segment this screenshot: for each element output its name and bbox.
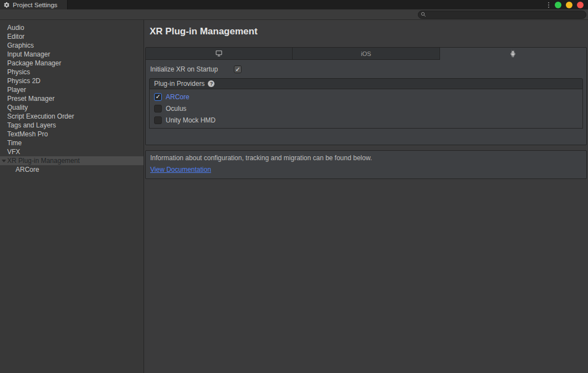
unity-mock-hmd-checkbox[interactable]: ✓	[154, 116, 162, 124]
plugin-providers-list: ✓ ARCore ✓ Oculus ✓ Unity Mock HMD	[149, 89, 583, 129]
sidebar-item-editor[interactable]: Editor	[0, 32, 144, 41]
sidebar-item-time[interactable]: Time	[0, 139, 144, 147]
sidebar-item-physics-2d[interactable]: Physics 2D	[0, 76, 144, 85]
search-input[interactable]	[428, 11, 582, 18]
sidebar-item-input-manager[interactable]: Input Manager	[0, 50, 144, 59]
sidebar-item-vfx[interactable]: VFX	[0, 147, 144, 156]
traffic-light-yellow[interactable]	[566, 2, 572, 8]
initialize-xr-checkbox[interactable]: ✓	[234, 65, 242, 73]
oculus-checkbox[interactable]: ✓	[154, 105, 162, 113]
monitor-icon	[214, 49, 223, 58]
toolbar	[0, 9, 588, 20]
unity-mock-hmd-label: Unity Mock HMD	[166, 116, 216, 124]
initialize-xr-label: Initialize XR on Startup	[150, 65, 234, 73]
settings-sidebar: Audio Editor Graphics Input Manager Pack…	[0, 20, 144, 373]
titlebar-controls	[547, 0, 588, 9]
search-box[interactable]	[418, 11, 586, 19]
provider-row-arcore: ✓ ARCore	[150, 91, 582, 103]
traffic-light-green[interactable]	[555, 2, 561, 8]
initialize-xr-row: Initialize XR on Startup ✓	[146, 60, 586, 78]
window-tab-project-settings[interactable]: Project Settings	[0, 0, 68, 9]
sidebar-item-label: XR Plug-in Management	[7, 157, 80, 165]
sidebar-item-physics[interactable]: Physics	[0, 68, 144, 76]
view-documentation-link[interactable]: View Documentation	[150, 166, 211, 173]
sidebar-item-graphics[interactable]: Graphics	[0, 41, 144, 50]
settings-content: XR Plug-in Management iOS	[144, 20, 588, 373]
plugin-providers-label: Plug-in Providers	[154, 80, 204, 88]
tab-android[interactable]	[440, 48, 586, 60]
tab-ios-label: iOS	[361, 50, 371, 57]
panel-spacer	[146, 129, 586, 145]
gear-icon	[3, 2, 10, 8]
plugin-providers-header: Plug-in Providers ?	[149, 78, 583, 89]
project-settings-window: Project Settings Audio Editor Graphics I…	[0, 0, 588, 373]
help-icon[interactable]: ?	[208, 80, 214, 87]
tab-ios[interactable]: iOS	[293, 48, 439, 60]
arcore-label: ARCore	[166, 93, 190, 101]
sidebar-item-audio[interactable]: Audio	[0, 23, 144, 32]
oculus-label: Oculus	[166, 105, 186, 113]
android-icon	[509, 50, 517, 58]
page-title: XR Plug-in Management	[144, 20, 588, 47]
provider-row-oculus: ✓ Oculus	[150, 103, 582, 114]
window-title: Project Settings	[13, 2, 58, 8]
sidebar-item-tags-and-layers[interactable]: Tags and Layers	[0, 121, 144, 130]
arcore-checkbox[interactable]: ✓	[154, 93, 162, 101]
sidebar-item-player[interactable]: Player	[0, 85, 144, 94]
kebab-menu-icon[interactable]	[547, 2, 550, 8]
sidebar-item-preset-manager[interactable]: Preset Manager	[0, 94, 144, 103]
sidebar-item-arcore[interactable]: ARCore	[0, 165, 144, 174]
info-text: Information about configuration, trackin…	[150, 154, 582, 162]
xr-platform-panel: iOS	[145, 47, 587, 145]
tab-desktop[interactable]	[146, 48, 293, 60]
provider-row-unity-mock-hmd: ✓ Unity Mock HMD	[150, 114, 582, 126]
sidebar-item-quality[interactable]: Quality	[0, 103, 144, 112]
foldout-expanded-icon[interactable]	[2, 160, 6, 162]
titlebar: Project Settings	[0, 0, 588, 9]
sidebar-item-script-execution-order[interactable]: Script Execution Order	[0, 112, 144, 121]
sidebar-item-textmesh-pro[interactable]: TextMesh Pro	[0, 130, 144, 139]
sidebar-item-xr-plugin-management[interactable]: XR Plug-in Management	[0, 156, 144, 165]
search-icon	[421, 12, 426, 17]
info-box: Information about configuration, trackin…	[145, 150, 587, 179]
platform-tabs: iOS	[146, 48, 586, 60]
sidebar-item-package-manager[interactable]: Package Manager	[0, 59, 144, 68]
traffic-light-red[interactable]	[577, 2, 584, 8]
